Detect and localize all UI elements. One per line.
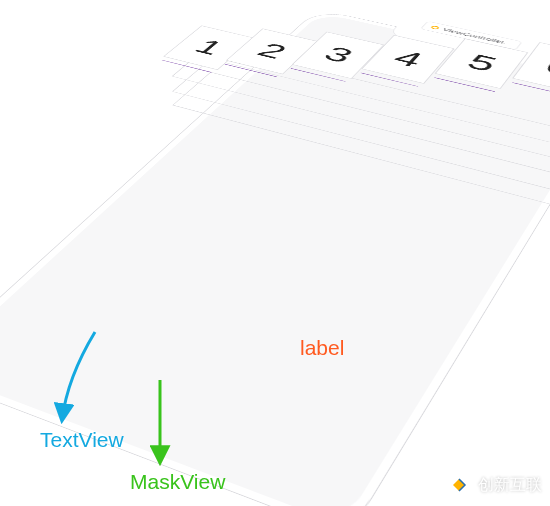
digit-value: 1 xyxy=(188,35,231,59)
annotation-maskview: MaskView xyxy=(130,470,225,494)
diagram-stage: ViewController. 123456 1 2 3 4 5 6 xyxy=(0,0,550,506)
digit-value: 4 xyxy=(387,46,429,72)
annotation-textview: TextView xyxy=(40,428,124,452)
watermark-text: 创新互联 xyxy=(478,475,542,496)
watermark-logo-icon xyxy=(446,472,472,498)
annotation-label: label xyxy=(300,336,344,360)
watermark: 创新互联 xyxy=(446,472,542,498)
digit-value: 2 xyxy=(251,39,294,64)
digit-value: 6 xyxy=(539,54,550,82)
swift-file-icon xyxy=(430,25,440,29)
digit-value: 3 xyxy=(317,42,360,68)
